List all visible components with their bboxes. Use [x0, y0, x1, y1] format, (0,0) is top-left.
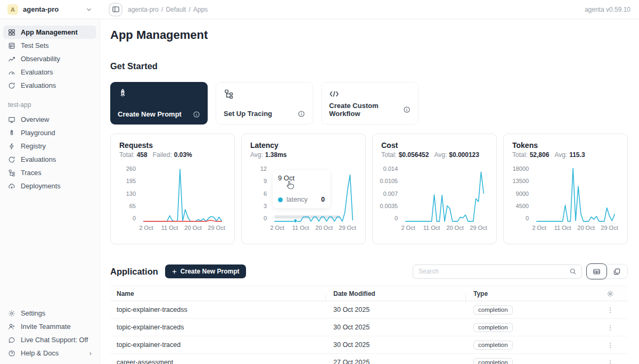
page-title: App Management [110, 28, 628, 42]
sidebar-item-label: Overview [21, 115, 49, 123]
workspace-selector[interactable]: A agenta-pro [7, 4, 93, 15]
rocket-icon [118, 88, 200, 100]
table-row[interactable]: topic-explainer-tracedss 30 Oct 2025 com… [110, 301, 628, 319]
info-icon[interactable] [403, 106, 411, 113]
sidebar-item-app-evaluations[interactable]: Evaluations [3, 153, 96, 166]
sidebar-item-playground[interactable]: Playground [3, 126, 96, 139]
card-view-button[interactable] [607, 264, 627, 279]
sidebar-item-evaluators[interactable]: Evaluators [3, 65, 96, 79]
row-menu-button[interactable]: ⋮ [607, 307, 614, 313]
sidebar-item-settings[interactable]: Settings [3, 307, 96, 320]
cloud-icon [8, 183, 15, 190]
onboarding-cards: Create New Prompt Set Up Tracing [110, 82, 628, 125]
table-view-button[interactable] [586, 263, 607, 279]
table-row[interactable]: topic-explainer-traced 30 Oct 2025 compl… [110, 336, 628, 354]
breadcrumb[interactable]: agenta-pro / Default / Apps [128, 6, 208, 13]
sidebar-item-overview[interactable]: Overview [3, 113, 96, 126]
tokens-line-chart [532, 165, 619, 222]
sidebar-item-invite-teammate[interactable]: Invite Teammate [3, 320, 96, 333]
breadcrumb-item[interactable]: Default [166, 6, 186, 13]
tree-icon [224, 89, 305, 101]
table-row[interactable]: career-assessment 27 Oct 2025 completion… [110, 354, 628, 364]
app-name: topic-explainer-tracedss [110, 306, 326, 313]
sidebar-item-label: Settings [21, 309, 45, 317]
sidebar-toggle-button[interactable] [109, 3, 122, 16]
latency-chart-card: Latency Avg:1.38ms 129630 2 Oct11 Oct20 … [241, 134, 366, 244]
column-header-name[interactable]: Name [110, 290, 326, 297]
row-menu-button[interactable]: ⋮ [607, 359, 614, 364]
row-menu-button[interactable]: ⋮ [607, 324, 614, 331]
application-header: Application Create New Prompt [110, 264, 628, 279]
y-axis-ticks: 1800013500900045000 [512, 165, 532, 221]
cycle-icon [8, 156, 15, 163]
create-custom-workflow-card[interactable]: Create Custom Workflow [321, 82, 419, 125]
sidebar-item-label: Evaluators [21, 68, 53, 76]
chart-title: Requests [119, 141, 226, 150]
x-axis-ticks: 2 Oct11 Oct20 Oct29 Oct [402, 225, 488, 232]
requests-line-chart [140, 165, 226, 222]
chart-title: Tokens [512, 141, 619, 150]
tooltip-series-label: latency [286, 196, 308, 203]
cycle-icon [8, 82, 15, 89]
app-type-badge: completion [473, 323, 513, 332]
panel-left-icon [112, 5, 120, 13]
search-box [413, 264, 582, 279]
sidebar-item-help-docs[interactable]: Help & Docs › [3, 346, 96, 360]
row-menu-button[interactable]: ⋮ [607, 342, 614, 349]
y-axis-ticks: 0.0140.01050.0070.00350 [381, 165, 402, 221]
info-icon[interactable] [193, 111, 200, 118]
cost-line-chart [402, 165, 488, 222]
chart-stats: Total:$0.056452Avg:$0.000123 [381, 151, 488, 159]
workspace-name: agenta-pro [23, 5, 59, 13]
app-type-badge: completion [473, 305, 513, 315]
search-input[interactable] [419, 268, 569, 275]
sidebar-item-label: Observability [21, 55, 60, 63]
column-header-type[interactable]: Type [466, 290, 593, 297]
sidebar-item-evaluations[interactable]: Evaluations [3, 79, 96, 92]
sidebar-item-test-sets[interactable]: Test Sets [3, 39, 96, 52]
sidebar-item-label: Playground [21, 129, 55, 137]
sidebar-item-label: Help & Docs [21, 349, 59, 357]
chart-title: Cost [381, 141, 488, 150]
card-view-icon [613, 268, 621, 276]
sidebar-item-traces[interactable]: Traces [3, 166, 96, 179]
app-version: agenta v0.59.10 [585, 6, 630, 13]
mouse-cursor-icon [284, 180, 295, 191]
get-started-title: Get Started [110, 61, 628, 71]
set-up-tracing-card[interactable]: Set Up Tracing [216, 82, 313, 125]
metrics-charts: Requests Total:458Failed:0.03% 260195130… [110, 134, 628, 244]
app-date-modified: 30 Oct 2025 [326, 324, 466, 331]
sidebar-item-app-management[interactable]: App Management [3, 26, 96, 39]
tokens-chart-card: Tokens Total:52,806Avg:115.3 18000135009… [503, 134, 628, 244]
sidebar-item-label: Traces [21, 169, 42, 177]
create-new-prompt-card[interactable]: Create New Prompt [110, 82, 208, 125]
breadcrumb-item[interactable]: agenta-pro [128, 6, 159, 13]
sidebar-item-live-chat-support[interactable]: Live Chat Support: Off [3, 333, 96, 346]
x-axis-ticks: 2 Oct11 Oct20 Oct29 Oct [140, 225, 226, 232]
sidebar-item-label: Evaluations [21, 81, 56, 89]
sidebar-item-observability[interactable]: Observability [3, 52, 96, 65]
monitor-icon [8, 116, 15, 123]
breadcrumb-separator: / [189, 6, 190, 13]
column-header-date-modified[interactable]: Date Modified [326, 290, 466, 297]
app-name: topic-explainer-traced [110, 341, 326, 349]
sidebar-item-label: Test Sets [21, 42, 49, 49]
app-name: topic-explainer-traceds [110, 324, 326, 331]
column-settings-gear-icon[interactable] [607, 290, 614, 297]
sidebar-item-deployments[interactable]: Deployments [3, 179, 96, 193]
app-date-modified: 27 Oct 2025 [326, 359, 466, 364]
chart-stats: Total:458Failed:0.03% [119, 151, 226, 159]
sidebar-item-label: Evaluations [21, 155, 56, 163]
y-axis-ticks: 129630 [250, 165, 271, 221]
card-label: Create Custom Workflow [329, 102, 403, 118]
gear-icon [8, 310, 15, 317]
info-icon[interactable] [298, 110, 305, 118]
search-icon[interactable] [569, 268, 577, 275]
chart-stats: Total:52,806Avg:115.3 [512, 151, 619, 159]
create-new-prompt-button[interactable]: Create New Prompt [165, 264, 246, 278]
lightning-icon [8, 143, 15, 150]
table-row[interactable]: topic-explainer-traceds 30 Oct 2025 comp… [110, 319, 628, 336]
sidebar-item-registry[interactable]: Registry [3, 139, 96, 153]
sidebar-bottom: Settings Invite Teammate Live Chat Suppo… [3, 307, 96, 361]
breadcrumb-item[interactable]: Apps [193, 6, 208, 13]
